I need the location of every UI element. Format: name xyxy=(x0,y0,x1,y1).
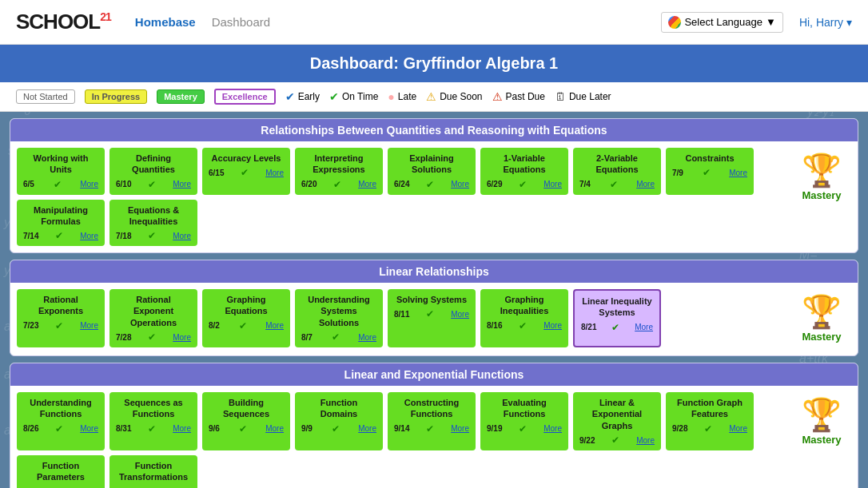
check-icon: ✔ xyxy=(55,320,63,331)
more-link[interactable]: More xyxy=(358,180,376,188)
topic-card[interactable]: Constraints 7/9 ✔ More xyxy=(666,148,754,195)
topic-card[interactable]: Graphing Inequalities 8/16 ✔ More xyxy=(480,289,568,347)
more-link[interactable]: More xyxy=(358,424,376,433)
legend-duesoon-label: Due Soon xyxy=(440,91,482,102)
check-icon: ✔ xyxy=(333,179,341,190)
check-icon: ✔ xyxy=(241,167,249,178)
check-icon: ✔ xyxy=(426,423,434,434)
more-link[interactable]: More xyxy=(173,424,191,433)
check-icon: ✔ xyxy=(148,179,156,190)
trophy-area-1: 🏆 Mastery xyxy=(792,148,851,208)
check-icon: ✔ xyxy=(703,167,711,178)
topic-card[interactable]: Function Transformations 10/8 ✔ More xyxy=(109,455,197,488)
more-link[interactable]: More xyxy=(451,180,469,188)
trophy-icon-2: 🏆 xyxy=(802,296,842,327)
section-linear-header: Linear Relationships xyxy=(10,260,858,283)
legend-bar: Not Started In Progress Mastery Excellen… xyxy=(0,82,868,112)
topic-card[interactable]: Sequences as Functions 8/31 ✔ More xyxy=(109,392,197,450)
check-icon: ✔ xyxy=(611,434,619,446)
topic-card[interactable]: Rational Exponent Operations 7/28 ✔ More xyxy=(109,289,197,347)
badge-notstarted: Not Started xyxy=(16,89,75,104)
more-link[interactable]: More xyxy=(80,180,98,188)
legend-late-label: Late xyxy=(398,91,416,102)
topic-card[interactable]: Function Domains 9/9 ✔ More xyxy=(295,392,383,450)
topic-card[interactable]: Function Graph Features 9/28 ✔ More xyxy=(666,392,754,450)
check-icon: ✔ xyxy=(519,179,527,190)
topic-card[interactable]: Understanding Functions 8/26 ✔ More xyxy=(17,392,105,450)
legend-ontime: ✔ On Time xyxy=(329,90,378,103)
check-icon: ✔ xyxy=(426,308,434,319)
topic-card[interactable]: Explaining Solutions 6/24 ✔ More xyxy=(388,148,476,195)
check-icon: ✔ xyxy=(148,331,156,343)
topic-card-purple[interactable]: Linear Inequality Systems 8/21 ✔ More xyxy=(573,289,661,347)
topic-card[interactable]: Equations & Inequalities 7/18 ✔ More xyxy=(109,200,197,247)
more-link[interactable]: More xyxy=(543,321,562,330)
legend-early: ✔ Early xyxy=(285,90,320,103)
topic-card[interactable]: Evaluating Functions 9/19 ✔ More xyxy=(480,392,568,450)
topic-card[interactable]: Rational Exponents 7/23 ✔ More xyxy=(17,289,105,347)
check-icon: ✔ xyxy=(332,423,340,434)
trophy-label-3: Mastery xyxy=(802,434,841,446)
check-icon: ✔ xyxy=(519,423,527,434)
more-link[interactable]: More xyxy=(358,333,376,342)
more-link[interactable]: More xyxy=(265,169,284,177)
user-greeting[interactable]: Hi, Harry ▾ xyxy=(799,16,852,29)
nav-homebase[interactable]: Homebase xyxy=(135,15,196,29)
topic-card[interactable]: Function Parameters 10/4 ✔ More xyxy=(17,455,105,488)
more-link[interactable]: More xyxy=(173,333,191,342)
check-icon: ✔ xyxy=(239,320,247,331)
more-link[interactable]: More xyxy=(729,169,747,177)
circle-pink-icon: ● xyxy=(388,90,394,103)
language-selector[interactable]: Select Language ▼ xyxy=(661,12,782,33)
trophy-icon-1: 🏆 xyxy=(802,154,842,186)
nav-links: Homebase Dashboard xyxy=(135,15,662,29)
section-relationships: Relationships Between Quantities and Rea… xyxy=(10,118,858,253)
topic-card[interactable]: Manipulating Formulas 7/14 ✔ More xyxy=(17,200,105,247)
topic-card[interactable]: Working with Units 6/5 ✔ More xyxy=(17,148,105,195)
section-linear-body: Rational Exponents 7/23 ✔ More Rational … xyxy=(10,283,858,355)
main-content: Relationships Between Quantities and Rea… xyxy=(0,112,868,488)
more-link[interactable]: More xyxy=(729,424,747,433)
section-relationships-cards: Working with Units 6/5 ✔ More Defining Q… xyxy=(17,148,787,246)
legend-duesoon: ⚠ Due Soon xyxy=(426,90,482,103)
more-link[interactable]: More xyxy=(635,323,653,331)
nav-dashboard[interactable]: Dashboard xyxy=(212,15,270,29)
topic-card[interactable]: Understanding Systems Solutions 8/7 ✔ Mo… xyxy=(295,289,383,347)
check-icon: ✔ xyxy=(55,423,63,434)
topic-card[interactable]: Defining Quantities 6/10 ✔ More xyxy=(109,148,197,195)
topic-card[interactable]: Graphing Equations 8/2 ✔ More xyxy=(202,289,290,347)
topic-card[interactable]: Interpreting Expressions 6/20 ✔ More xyxy=(295,148,383,195)
trophy-label-2: Mastery xyxy=(802,331,841,343)
more-link[interactable]: More xyxy=(543,180,562,188)
badge-mastery: Mastery xyxy=(157,89,205,104)
more-link[interactable]: More xyxy=(265,321,284,330)
check-icon: ✔ xyxy=(704,423,712,434)
more-link[interactable]: More xyxy=(636,180,655,188)
trophy-area-3: 🏆 Mastery xyxy=(792,392,851,452)
google-icon xyxy=(668,16,681,29)
topic-card[interactable]: Accuracy Levels 6/15 ✔ More xyxy=(202,148,290,195)
topic-card[interactable]: 1-Variable Equations 6/29 ✔ More xyxy=(480,148,568,195)
more-link[interactable]: More xyxy=(543,424,562,433)
more-link[interactable]: More xyxy=(80,321,98,330)
trophy-area-2: 🏆 Mastery xyxy=(792,289,851,349)
more-link[interactable]: More xyxy=(451,310,469,319)
legend-inprogress: In Progress xyxy=(85,89,148,104)
more-link[interactable]: More xyxy=(451,424,469,433)
topic-card[interactable]: 2-Variable Equations 7/4 ✔ More xyxy=(573,148,661,195)
section-linear: Linear Relationships Rational Exponents … xyxy=(10,260,858,356)
check-icon: ✔ xyxy=(54,179,62,190)
topic-card[interactable]: Constructing Functions 9/14 ✔ More xyxy=(388,392,476,450)
topic-card[interactable]: Solving Systems 8/11 ✔ More xyxy=(388,289,476,347)
topic-card[interactable]: Building Sequences 9/6 ✔ More xyxy=(202,392,290,450)
section-exponential-body: Understanding Functions 8/26 ✔ More Sequ… xyxy=(10,386,858,488)
topic-card[interactable]: Linear & Exponential Graphs 9/22 ✔ More xyxy=(573,392,661,450)
more-link[interactable]: More xyxy=(636,436,655,445)
dashboard-header: Dashboard: Gryffindor Algebra 1 xyxy=(0,45,868,82)
more-link[interactable]: More xyxy=(80,424,98,433)
check-green-icon: ✔ xyxy=(329,90,339,103)
more-link[interactable]: More xyxy=(173,180,191,188)
more-link[interactable]: More xyxy=(173,232,191,240)
more-link[interactable]: More xyxy=(80,232,98,240)
more-link[interactable]: More xyxy=(265,424,284,433)
